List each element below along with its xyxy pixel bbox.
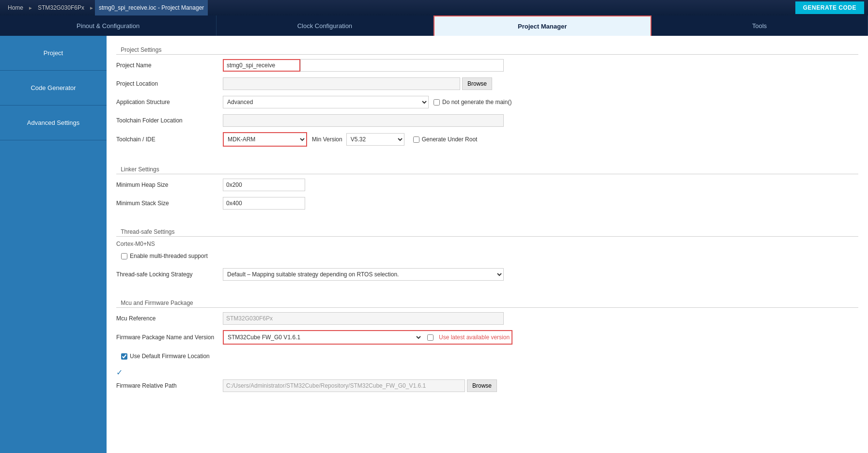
project-location-row: Project Location Browse (116, 77, 858, 91)
project-location-input[interactable] (223, 77, 460, 90)
project-name-label: Project Name (116, 62, 223, 69)
app-structure-select[interactable]: Advanced Basic (223, 96, 429, 108)
breadcrumb-stm32[interactable]: STM32G030F6Px (34, 0, 88, 15)
sidebar-item-project[interactable]: Project (0, 36, 107, 71)
tab-pinout[interactable]: Pinout & Configuration (0, 15, 217, 36)
use-default-firmware-label: Use Default Firmware Location (130, 353, 210, 360)
project-location-browse-button[interactable]: Browse (462, 77, 492, 90)
app-structure-row: Application Structure Advanced Basic Do … (116, 95, 858, 109)
generate-code-button[interactable]: GENERATE CODE (795, 1, 864, 14)
firmware-pkg-row: Firmware Package Name and Version STM32C… (116, 330, 858, 345)
toolchain-ide-label: Toolchain / IDE (116, 136, 223, 143)
firmware-path-label: Firmware Relative Path (116, 382, 223, 389)
linker-settings-header: Linker Settings (116, 166, 858, 174)
mcu-firmware-header: Mcu and Firmware Package (116, 300, 858, 308)
toolchain-ide-row: Toolchain / IDE MDK-ARM STM32CubeIDE Mak… (116, 132, 858, 147)
firmware-pkg-label: Firmware Package Name and Version (116, 334, 223, 341)
min-heap-row: Minimum Heap Size (116, 178, 858, 192)
firmware-path-input[interactable] (223, 379, 465, 392)
generate-under-root-checkbox[interactable] (413, 136, 419, 143)
locking-strategy-label: Thread-safe Locking Strategy (116, 271, 223, 278)
min-stack-input[interactable] (223, 197, 305, 210)
sidebar: Project Code Generator Advanced Settings (0, 36, 107, 453)
enable-multithread-row: Enable multi-threaded support (116, 249, 858, 263)
min-heap-label: Minimum Heap Size (116, 181, 223, 188)
thread-safe-core-label: Cortex-M0+NS (116, 241, 858, 247)
min-stack-row: Minimum Stack Size (116, 196, 858, 210)
firmware-path-row: Firmware Relative Path Browse (116, 379, 858, 393)
thread-safe-title: Thread-safe Settings (121, 228, 174, 235)
use-default-firmware-checkbox[interactable] (121, 353, 127, 360)
toolchain-folder-input[interactable] (223, 114, 504, 127)
app-structure-label: Application Structure (116, 99, 223, 106)
sidebar-item-advanced-settings[interactable]: Advanced Settings (0, 106, 107, 140)
project-settings-title: Project Settings (121, 46, 161, 53)
generate-under-root-wrapper: Generate Under Root (413, 136, 478, 143)
checkmark-icon: ✓ (116, 368, 123, 377)
locking-strategy-row: Thread-safe Locking Strategy Default – M… (116, 268, 858, 281)
breadcrumb-arrow-1: ► (28, 5, 33, 11)
generate-under-root-label: Generate Under Root (422, 136, 478, 143)
thread-safe-header: Thread-safe Settings (116, 228, 858, 237)
project-name-input[interactable] (223, 59, 300, 72)
enable-multithread-label: Enable multi-threaded support (130, 253, 208, 259)
toolchain-folder-row: Toolchain Folder Location (116, 114, 858, 127)
project-name-row: Project Name (116, 59, 858, 72)
min-version-group: Min Version V5.32 V5.30 Generate Under R… (312, 133, 477, 146)
mcu-firmware-title: Mcu and Firmware Package (121, 300, 193, 306)
firmware-pkg-highlight: STM32Cube FW_G0 V1.6.1 Use latest availa… (223, 330, 512, 345)
firmware-path-browse-button[interactable]: Browse (467, 379, 497, 392)
min-stack-label: Minimum Stack Size (116, 200, 223, 207)
min-version-select[interactable]: V5.32 V5.30 (346, 133, 404, 146)
content-area: Project Settings Project Name Project Lo… (107, 36, 868, 453)
tab-project-manager[interactable]: Project Manager (434, 15, 651, 36)
use-default-firmware-wrapper: Use Default Firmware Location (121, 353, 210, 360)
mcu-ref-label: Mcu Reference (116, 315, 223, 322)
use-default-firmware-row: Use Default Firmware Location (116, 349, 858, 363)
linker-settings-title: Linker Settings (121, 166, 159, 173)
top-bar: Home ► STM32G030F6Px ► stmg0_spi_receive… (0, 0, 868, 15)
project-settings-header: Project Settings (116, 46, 858, 55)
firmware-pkg-select[interactable]: STM32Cube FW_G0 V1.6.1 (224, 331, 422, 344)
sidebar-item-code-generator[interactable]: Code Generator (0, 71, 107, 106)
tab-bar: Pinout & Configuration Clock Configurati… (0, 15, 868, 36)
use-latest-checkbox[interactable] (427, 334, 434, 341)
mcu-ref-input (223, 312, 504, 325)
locking-strategy-select[interactable]: Default – Mapping suitable strategy depe… (223, 268, 504, 281)
enable-multithread-wrapper: Enable multi-threaded support (121, 253, 208, 259)
tab-tools[interactable]: Tools (651, 15, 868, 36)
breadcrumb-home[interactable]: Home (4, 0, 27, 15)
toolchain-folder-label: Toolchain Folder Location (116, 117, 223, 124)
use-latest-wrapper: Use latest available version (427, 334, 510, 341)
main-layout: Project Code Generator Advanced Settings… (0, 36, 868, 453)
tab-clock[interactable]: Clock Configuration (217, 15, 433, 36)
breadcrumb-project[interactable]: stmg0_spi_receive.ioc - Project Manager (95, 0, 208, 15)
checkmark-icon-row: ✓ (116, 368, 858, 377)
breadcrumb-arrow-2: ► (89, 5, 94, 11)
do-not-generate-main-label: Do not generate the main() (442, 99, 512, 106)
do-not-generate-main-checkbox[interactable] (434, 99, 440, 106)
toolchain-ide-highlight: MDK-ARM STM32CubeIDE Makefile (223, 132, 307, 147)
mcu-ref-row: Mcu Reference (116, 312, 858, 325)
toolchain-ide-select[interactable]: MDK-ARM STM32CubeIDE Makefile (224, 133, 306, 146)
min-version-label: Min Version (312, 136, 342, 143)
enable-multithread-checkbox[interactable] (121, 253, 127, 259)
min-heap-input[interactable] (223, 179, 305, 191)
project-location-label: Project Location (116, 80, 223, 87)
use-latest-label: Use latest available version (439, 334, 510, 341)
do-not-generate-main-wrapper: Do not generate the main() (434, 99, 512, 106)
